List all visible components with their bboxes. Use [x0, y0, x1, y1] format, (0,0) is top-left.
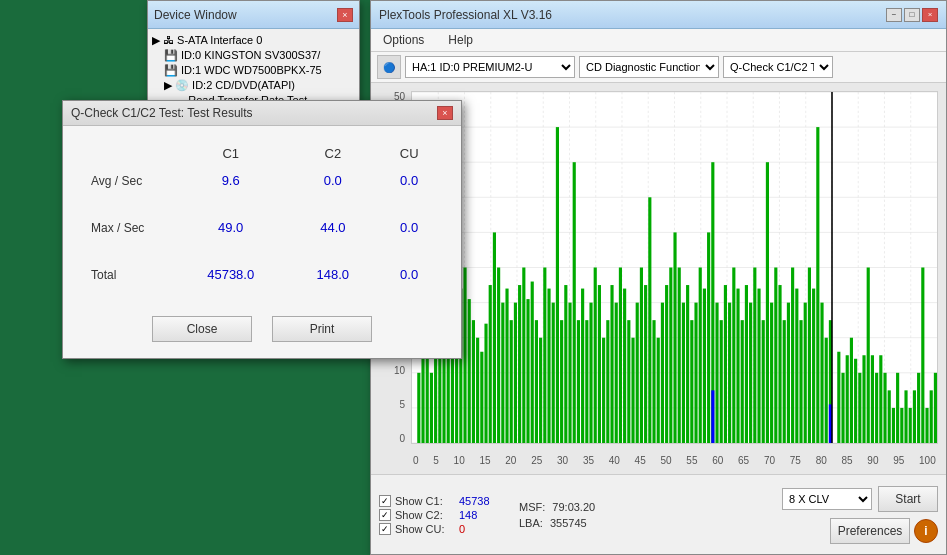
svg-rect-78: [619, 268, 622, 444]
function-selector[interactable]: CD Diagnostic Functions: [579, 56, 719, 78]
svg-rect-147: [900, 408, 903, 443]
c2-value: 148: [459, 509, 499, 521]
svg-rect-138: [862, 355, 865, 443]
lba-label: LBA:: [519, 517, 543, 529]
show-cu-checkbox[interactable]: ✓: [379, 523, 391, 535]
restore-button[interactable]: □: [904, 8, 920, 22]
svg-rect-72: [594, 268, 597, 444]
status-bar: ✓ Show C1: 45738 ✓ Show C2: 148 ✓ Show C…: [371, 474, 946, 554]
show-c2-checkbox[interactable]: ✓: [379, 509, 391, 521]
speed-selector[interactable]: 8 X CLV 4 X CLV 2 X CLV 1 X CLV Max CLV: [782, 488, 872, 510]
svg-rect-98: [703, 289, 706, 443]
svg-rect-32: [426, 359, 429, 443]
svg-rect-136: [854, 359, 857, 443]
preferences-button[interactable]: Preferences: [830, 518, 910, 544]
msf-row: MSF: 79:03.20: [519, 501, 595, 513]
svg-rect-123: [808, 268, 811, 444]
cu-row: ✓ Show CU: 0: [379, 523, 499, 535]
tree-item-sata[interactable]: ▶ 🖧 S-ATA Interface 0: [148, 33, 359, 48]
table-row: Max / Sec 49.0 44.0 0.0: [83, 212, 441, 243]
col-header-cu: CU: [377, 142, 441, 165]
max-c2-value: 44.0: [288, 212, 377, 243]
svg-rect-129: [711, 390, 714, 443]
info-button[interactable]: i: [914, 519, 938, 543]
plextools-menubar: Options Help: [371, 29, 946, 52]
svg-rect-121: [799, 320, 802, 443]
svg-rect-42: [468, 299, 471, 443]
svg-rect-101: [715, 303, 718, 443]
svg-rect-34: [434, 352, 437, 443]
col-header-c1: C1: [173, 142, 288, 165]
svg-rect-43: [472, 320, 475, 443]
svg-rect-143: [883, 373, 886, 443]
total-c2-value: 148.0: [288, 259, 377, 290]
svg-rect-86: [652, 320, 655, 443]
svg-rect-79: [623, 289, 626, 443]
menu-help[interactable]: Help: [440, 31, 481, 49]
svg-rect-69: [581, 289, 584, 443]
minimize-button[interactable]: −: [886, 8, 902, 22]
total-cu-value: 0.0: [377, 259, 441, 290]
menu-options[interactable]: Options: [375, 31, 432, 49]
close-button[interactable]: Close: [152, 316, 252, 342]
dialog-titlebar: Q-Check C1/C2 Test: Test Results ×: [63, 101, 461, 126]
qcheck-dialog: Q-Check C1/C2 Test: Test Results × C1 C2…: [62, 100, 462, 359]
dialog-close-button[interactable]: ×: [437, 106, 453, 120]
avg-c1-value: 9.6: [173, 165, 288, 196]
svg-rect-149: [909, 408, 912, 443]
tree-item-kingston[interactable]: 💾 ID:0 KINGSTON SV300S37/: [148, 48, 359, 63]
tree-item-cddvd[interactable]: ▶ 💿 ID:2 CD/DVD(ATAPI): [148, 78, 359, 93]
svg-rect-106: [736, 289, 739, 443]
print-button[interactable]: Print: [272, 316, 372, 342]
svg-rect-120: [795, 289, 798, 443]
svg-rect-107: [741, 320, 744, 443]
svg-rect-76: [610, 285, 613, 443]
lba-value: 355745: [550, 517, 587, 529]
avg-label: Avg / Sec: [83, 165, 173, 196]
show-c1-checkbox[interactable]: ✓: [379, 495, 391, 507]
svg-rect-30: [417, 373, 420, 443]
svg-rect-122: [804, 303, 807, 443]
device-window-close-button[interactable]: ×: [337, 8, 353, 22]
svg-rect-111: [757, 289, 760, 443]
close-button[interactable]: ×: [922, 8, 938, 22]
svg-rect-118: [787, 303, 790, 443]
avg-cu-value: 0.0: [377, 165, 441, 196]
svg-rect-41: [463, 268, 466, 444]
results-table: C1 C2 CU Avg / Sec 9.6 0.0 0.0 Max / Sec…: [83, 142, 441, 290]
plextools-toolbar: 🔵 HA:1 ID:0 PREMIUM2-U CD Diagnostic Fun…: [371, 52, 946, 83]
svg-rect-65: [564, 285, 567, 443]
svg-rect-66: [568, 303, 571, 443]
svg-rect-46: [484, 324, 487, 443]
svg-rect-112: [762, 320, 765, 443]
start-button[interactable]: Start: [878, 486, 938, 512]
dialog-content: C1 C2 CU Avg / Sec 9.6 0.0 0.0 Max / Sec…: [63, 126, 461, 306]
test-selector[interactable]: Q-Check C1/C2 Test: [723, 56, 833, 78]
svg-rect-99: [707, 232, 710, 443]
svg-rect-154: [930, 390, 933, 443]
tree-item-wdc[interactable]: 💾 ID:1 WDC WD7500BPKX-75: [148, 63, 359, 78]
dialog-title: Q-Check C1/C2 Test: Test Results: [71, 106, 253, 120]
svg-rect-54: [518, 285, 521, 443]
svg-rect-108: [745, 285, 748, 443]
svg-rect-96: [694, 303, 697, 443]
svg-rect-146: [896, 373, 899, 443]
svg-rect-103: [724, 285, 727, 443]
svg-rect-105: [732, 268, 735, 444]
device-selector[interactable]: HA:1 ID:0 PREMIUM2-U: [405, 56, 575, 78]
svg-rect-137: [858, 373, 861, 443]
device-window-titlebar: Device Window ×: [148, 1, 359, 29]
svg-rect-132: [837, 352, 840, 443]
svg-rect-67: [573, 162, 576, 443]
svg-rect-115: [774, 268, 777, 444]
svg-rect-110: [753, 268, 756, 444]
svg-rect-92: [678, 268, 681, 444]
svg-rect-142: [879, 355, 882, 443]
svg-rect-151: [917, 373, 920, 443]
msf-label: MSF:: [519, 501, 545, 513]
svg-rect-59: [539, 338, 542, 443]
c1-value: 45738: [459, 495, 499, 507]
svg-rect-85: [648, 197, 651, 443]
svg-rect-52: [510, 320, 513, 443]
table-row: [83, 243, 441, 259]
